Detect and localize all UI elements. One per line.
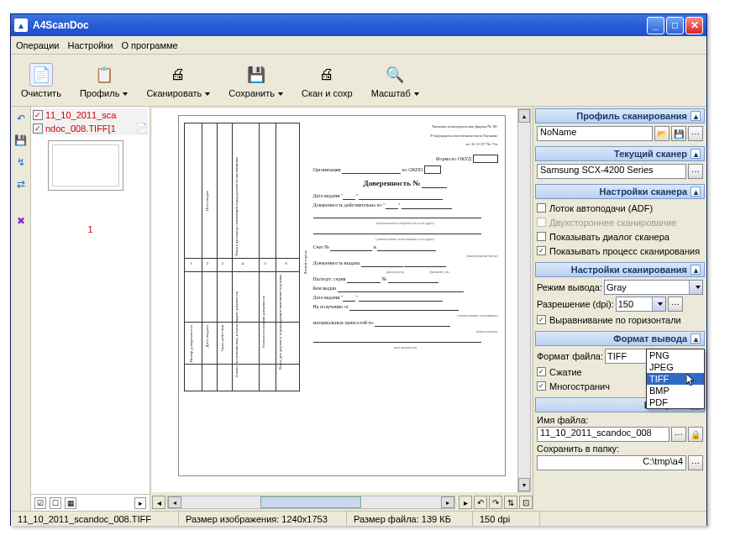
maximize-button[interactable]: □	[666, 17, 684, 34]
menubar: Операции Настройки О программе	[11, 36, 706, 55]
status-file: 11_10_2011_scandoc_008.TIFF	[11, 512, 179, 526]
save-icon[interactable]: 💾	[14, 134, 28, 147]
folder-input[interactable]: C:\tmp\a4	[537, 455, 686, 470]
settings-panel: Профиль сканирования▴ NoName 📂 💾 ⋯ Текущ…	[533, 107, 706, 511]
scan-button[interactable]: 🖨Сканировать	[146, 63, 210, 98]
file-footer: ☑ ☐ ▦ ▸	[31, 494, 150, 511]
format-option-tiff[interactable]: TIFF	[647, 373, 704, 385]
menu-operations[interactable]: Операции	[16, 40, 59, 50]
duplex-checkbox: Двухстороннее сканирование	[537, 216, 703, 228]
merge-icon[interactable]: ⇄	[14, 177, 28, 191]
checkbox-icon[interactable]: ✓	[33, 110, 43, 120]
pdf-icon: 📄	[136, 123, 148, 134]
uncheck-all-icon[interactable]: ☐	[50, 497, 61, 509]
page-thumbnail[interactable]	[48, 140, 123, 191]
crop-icon[interactable]: ⊡	[519, 496, 533, 509]
mode-label: Режим вывода:	[537, 282, 602, 292]
file-name: ndoc_008.TIFF[1	[45, 123, 116, 134]
menu-settings[interactable]: Настройки	[67, 40, 113, 50]
app-window: ▲ A4ScanDoc _ □ ✕ Операции Настройки О п…	[10, 13, 707, 526]
checkbox-icon[interactable]: ✓	[33, 123, 43, 134]
file-panel: ✓ 11_10_2011_sca ✓ ndoc_008.TIFF[1 📄 1 ☑…	[31, 107, 150, 511]
list-item[interactable]: ✓ 11_10_2011_sca	[33, 108, 148, 122]
format-option-bmp[interactable]: BMP	[647, 385, 704, 396]
filename-lock-icon[interactable]: 🔒	[688, 427, 703, 442]
collapse-icon[interactable]: ▴	[690, 111, 701, 121]
collapse-icon[interactable]: ▴	[690, 186, 701, 197]
preview-area[interactable]: Номер доверенности Дата выдачи Срок дейс…	[152, 108, 531, 492]
check-all-icon[interactable]: ☑	[34, 497, 46, 509]
format-option-pdf[interactable]: PDF	[647, 396, 704, 408]
folder-more-icon[interactable]: ⋯	[688, 455, 703, 470]
save-button[interactable]: 💾Сохранить	[228, 63, 283, 98]
scrollbar-vertical[interactable]: ▴▾	[517, 108, 531, 492]
scan-save-button[interactable]: 🖨Скан и сохр	[302, 63, 353, 98]
delete-icon[interactable]: ✖	[14, 214, 28, 228]
content-area: ↶ 💾 ↯ ⇄ ✖ ✓ 11_10_2011_sca ✓ ndoc_008.TI…	[11, 107, 706, 511]
format-option-png[interactable]: PNG	[647, 349, 704, 361]
scrollbar-horizontal[interactable]: ◂▸	[167, 496, 455, 509]
status-dpi: 150 dpi	[473, 512, 540, 526]
flip-icon[interactable]: ⇅	[504, 496, 517, 509]
profile-button[interactable]: 📋Профиль	[80, 63, 129, 98]
scanner-name-input[interactable]: Samsung SCX-4200 Series	[537, 164, 686, 179]
insert-icon[interactable]: ↯	[14, 155, 28, 169]
profile-save-icon[interactable]: 💾	[671, 126, 686, 141]
titlebar[interactable]: ▲ A4ScanDoc _ □ ✕	[11, 14, 706, 36]
folder-label: Сохранить в папку:	[537, 444, 703, 454]
preview-panel: Номер доверенности Дата выдачи Срок дейс…	[150, 107, 533, 511]
collapse-icon[interactable]: ▴	[690, 265, 701, 275]
profile-name-input[interactable]: NoName	[537, 126, 653, 141]
section-scanset-header[interactable]: Настройки сканера▴	[535, 184, 705, 199]
preview-footer: ◂ ◂▸ ▸ ↶ ↷ ⇅ ⊡	[150, 494, 533, 511]
adf-checkbox[interactable]: Лоток автоподачи (ADF)	[537, 202, 703, 214]
collapse-icon[interactable]: ▴	[690, 333, 701, 344]
app-icon: ▲	[14, 18, 28, 32]
boxes-icon[interactable]: ▦	[65, 497, 76, 509]
rotate-cw-icon[interactable]: ↷	[489, 496, 502, 509]
section-format-header[interactable]: Формат вывода▴	[535, 331, 705, 346]
scanner-more-icon[interactable]: ⋯	[688, 164, 703, 179]
format-label: Формат файла:	[537, 351, 603, 361]
format-option-jpeg[interactable]: JPEG	[647, 361, 704, 373]
collapse-icon[interactable]: ▴	[690, 149, 701, 159]
document-preview: Номер доверенности Дата выдачи Срок дейс…	[178, 115, 506, 476]
minimize-button[interactable]: _	[647, 17, 664, 34]
section-profile-header[interactable]: Профиль сканирования▴	[535, 108, 705, 123]
filename-input[interactable]: 11_10_2011_scandoc_008	[537, 427, 669, 442]
file-list: ✓ 11_10_2011_sca ✓ ndoc_008.TIFF[1 📄 1	[31, 107, 150, 494]
dpi-more-icon[interactable]: ⋯	[668, 297, 683, 312]
section-scanner-header[interactable]: Текущий сканер▴	[535, 146, 705, 161]
rotate-left-icon[interactable]: ↶	[14, 112, 28, 125]
prev-page-icon[interactable]: ◂	[152, 496, 165, 509]
dpi-select[interactable]: 150	[616, 297, 666, 312]
profile-open-icon[interactable]: 📂	[654, 126, 669, 141]
filename-more-icon[interactable]: ⋯	[671, 427, 686, 442]
clear-button[interactable]: 📄Очистить	[21, 63, 61, 98]
close-button[interactable]: ✕	[685, 17, 703, 34]
format-dropdown[interactable]: PNG JPEG TIFF BMP PDF	[646, 349, 705, 409]
align-checkbox[interactable]: ✓Выравнивание по горизонтали	[537, 313, 703, 326]
right-icon[interactable]: ▸	[134, 497, 146, 509]
filename-label: Имя файла:	[537, 415, 703, 425]
rotate-ccw-icon[interactable]: ↶	[474, 496, 487, 509]
status-filesize: Размер файла: 139 КБ	[347, 512, 473, 526]
app-title: A4ScanDoc	[33, 19, 89, 31]
status-imgsize: Размер изображения: 1240x1753	[179, 512, 347, 526]
next-page-icon[interactable]: ▸	[459, 496, 472, 509]
page-number: 1	[33, 224, 148, 234]
toolbar: 📄Очистить 📋Профиль 🖨Сканировать 💾Сохрани…	[11, 55, 706, 107]
profile-more-icon[interactable]: ⋯	[688, 126, 703, 141]
file-name: 11_10_2011_sca	[45, 110, 116, 120]
progress-checkbox[interactable]: ✓Показывать процесс сканирования	[537, 244, 703, 257]
dialog-checkbox[interactable]: Показывать диалог сканера	[537, 230, 703, 243]
zoom-button[interactable]: 🔍Масштаб	[371, 63, 419, 98]
dpi-label: Разрешение (dpi):	[537, 299, 614, 309]
mode-select[interactable]: Gray	[604, 280, 703, 295]
menu-about[interactable]: О программе	[121, 40, 177, 50]
side-toolbar: ↶ 💾 ↯ ⇄ ✖	[11, 107, 31, 511]
statusbar: 11_10_2011_scandoc_008.TIFF Размер изобр…	[11, 511, 706, 526]
section-scanparams-header[interactable]: Настройки сканирования▴	[535, 262, 705, 277]
list-item[interactable]: ✓ ndoc_008.TIFF[1 📄	[33, 122, 148, 135]
